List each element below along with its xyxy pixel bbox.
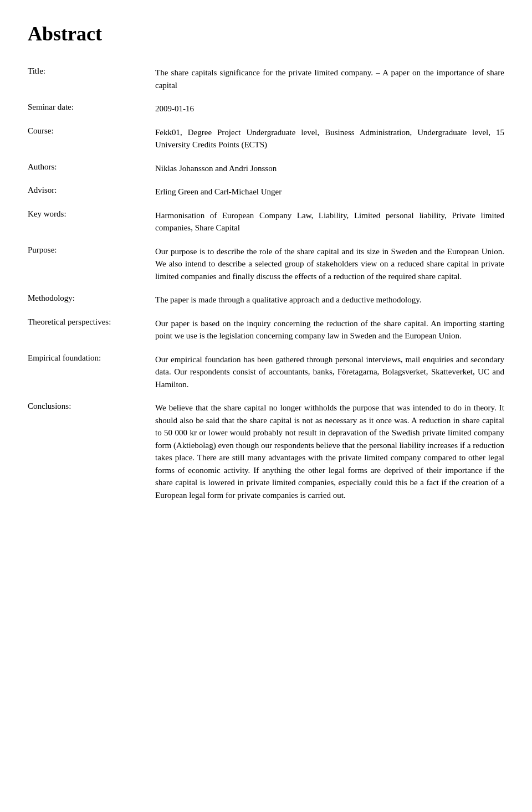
row-content-course: Fekk01, Degree Project Undergraduate lev…	[155, 122, 504, 158]
abstract-row-seminar-date: Seminar date:2009-01-16	[28, 98, 504, 122]
abstract-row-key-words: Key words:Harmonisation of European Comp…	[28, 205, 504, 241]
abstract-row-conclusions: Conclusions:We believe that the share ca…	[28, 397, 504, 508]
row-label-methodology: Methodology:	[28, 289, 155, 313]
row-content-authors: Niklas Johansson and Andri Jonsson	[155, 158, 504, 182]
row-content-seminar-date: 2009-01-16	[155, 98, 504, 122]
row-content-methodology: The paper is made through a qualitative …	[155, 289, 504, 313]
abstract-row-purpose: Purpose:Our purpose is to describe the r…	[28, 241, 504, 290]
abstract-row-advisor: Advisor:Erling Green and Carl-Michael Un…	[28, 181, 504, 205]
row-label-empirical-foundation: Empirical foundation:	[28, 349, 155, 398]
row-content-title: The share capitals significance for the …	[155, 62, 504, 98]
row-label-authors: Authors:	[28, 158, 155, 182]
row-content-purpose: Our purpose is to describe the role of t…	[155, 241, 504, 290]
row-content-key-words: Harmonisation of European Company Law, L…	[155, 205, 504, 241]
abstract-row-course: Course:Fekk01, Degree Project Undergradu…	[28, 122, 504, 158]
row-label-key-words: Key words:	[28, 205, 155, 241]
row-label-conclusions: Conclusions:	[28, 397, 155, 508]
page-title: Abstract	[28, 22, 504, 45]
abstract-row-empirical-foundation: Empirical foundation:Our empirical found…	[28, 349, 504, 398]
row-content-advisor: Erling Green and Carl-Michael Unger	[155, 181, 504, 205]
abstract-row-theoretical-perspectives: Theoretical perspectives:Our paper is ba…	[28, 313, 504, 349]
abstract-row-authors: Authors:Niklas Johansson and Andri Jonss…	[28, 158, 504, 182]
row-label-purpose: Purpose:	[28, 241, 155, 290]
row-label-title: Title:	[28, 62, 155, 98]
row-label-course: Course:	[28, 122, 155, 158]
abstract-row-title: Title:The share capitals significance fo…	[28, 62, 504, 98]
row-content-conclusions: We believe that the share capital no lon…	[155, 397, 504, 508]
abstract-row-methodology: Methodology:The paper is made through a …	[28, 289, 504, 313]
row-label-seminar-date: Seminar date:	[28, 98, 155, 122]
row-content-empirical-foundation: Our empirical foundation has been gather…	[155, 349, 504, 398]
row-label-advisor: Advisor:	[28, 181, 155, 205]
row-content-theoretical-perspectives: Our paper is based on the inquiry concer…	[155, 313, 504, 349]
row-label-theoretical-perspectives: Theoretical perspectives:	[28, 313, 155, 349]
abstract-table: Title:The share capitals significance fo…	[28, 62, 504, 508]
